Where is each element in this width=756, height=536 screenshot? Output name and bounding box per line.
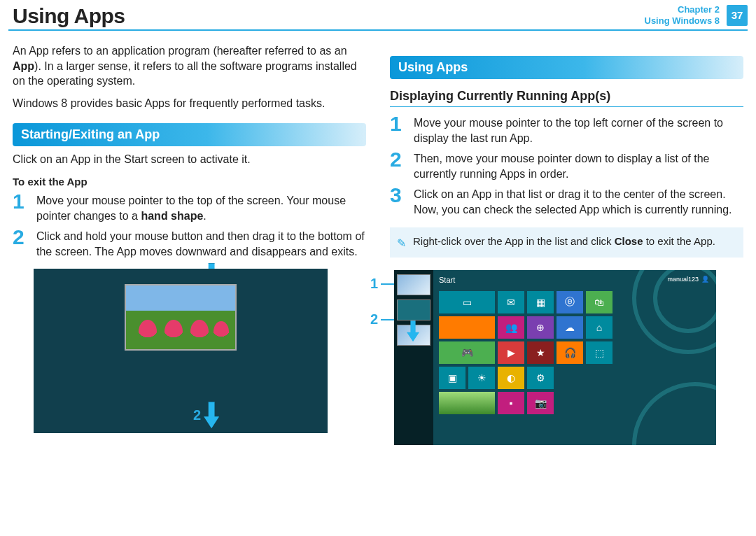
page-header: Using Apps Chapter 2 Using Windows 8 37 xyxy=(0,0,756,29)
section-bar-starting-exiting: Starting/Exiting an App xyxy=(13,123,366,146)
app-thumbnail xyxy=(397,299,430,320)
start-screen-label: Start xyxy=(439,276,455,284)
tile-mail: ✉ xyxy=(498,291,524,313)
tile: ◐ xyxy=(498,367,524,389)
intro-paragraph-1: An App refers to an application program … xyxy=(13,43,366,89)
header-rule xyxy=(8,29,748,31)
right-step-1: 1 Move your mouse pointer to the top lef… xyxy=(390,114,743,146)
tile-maps: ⊕ xyxy=(527,316,554,339)
tile-camera: 📷 xyxy=(527,392,554,414)
figure-running-apps: 1 2 Start manual123 👤 xyxy=(390,270,743,445)
user-icon: 👤 xyxy=(701,276,709,283)
page-number-badge: 37 xyxy=(727,5,748,26)
tile-skydrive: ☁ xyxy=(556,316,583,339)
app-thumbnail xyxy=(397,274,430,295)
right-step-2: 2 Then, move your mouse pointer down to … xyxy=(390,150,743,181)
tile-photos xyxy=(439,392,495,414)
tile-people: 👥 xyxy=(498,316,524,339)
left-step-1: 1 Move your mouse pointer to the top of … xyxy=(13,192,366,223)
left-column: An App refers to an application program … xyxy=(13,43,366,445)
intro-paragraph-2: Windows 8 provides basic Apps for freque… xyxy=(13,96,366,111)
exit-heading: To exit the App xyxy=(13,176,366,188)
section-label: Using Windows 8 xyxy=(645,15,720,27)
tile: ▶ xyxy=(498,341,524,364)
tile-ie: ⓔ xyxy=(556,291,583,313)
step-number: 2 xyxy=(13,227,29,259)
step-number: 1 xyxy=(13,192,29,223)
tile-store: 🛍 xyxy=(586,291,612,313)
figure-photo-tulips xyxy=(125,284,237,351)
tile: ⚙ xyxy=(527,367,554,389)
note-text: Right-click over the App in the list and… xyxy=(413,234,715,248)
section-bar-using-apps: Using Apps xyxy=(390,56,743,79)
subhead-display-running: Displaying Currently Running App(s) xyxy=(390,89,743,107)
figure-callout-2: 2 xyxy=(193,402,219,428)
note-icon: ✎ xyxy=(397,236,406,251)
chapter-label: Chapter 2 xyxy=(645,4,720,15)
right-step-3: 3 Click on an App in that list or drag i… xyxy=(390,185,743,217)
section1-line: Click on an App in the Start screen to a… xyxy=(13,152,366,167)
tile: ⬚ xyxy=(586,341,612,364)
figure-exit-app: 1 2 xyxy=(34,269,366,433)
tile-music: 🎧 xyxy=(556,341,583,364)
arrow-down-icon xyxy=(204,402,219,428)
tile: ▣ xyxy=(439,367,465,389)
tile: ★ xyxy=(527,341,554,364)
tile-calendar: ▦ xyxy=(527,291,554,313)
user-badge: manual123 👤 xyxy=(667,276,709,283)
figure-exit-canvas xyxy=(34,269,328,433)
left-step-2: 2 Click and hold your mouse button and t… xyxy=(13,227,366,259)
tile-games: 🎮 xyxy=(439,341,495,364)
tile: ▭ xyxy=(439,291,495,313)
step-number: 1 xyxy=(390,114,407,146)
tile: ▪ xyxy=(498,392,524,414)
note-box: ✎ Right-click over the App in the list a… xyxy=(390,227,743,258)
start-tiles: ▭ ✉ ▦ ⓔ 🛍 👥 ⊕ ☁ ⌂ 🎮 ▶ ★ 🎧 ⬚ xyxy=(439,291,642,414)
tile-weather: ☀ xyxy=(468,367,495,389)
figure-start-screen: Start manual123 👤 ▭ ✉ ▦ ⓔ 🛍 👥 ⊕ ☁ ⌂ xyxy=(394,270,716,445)
step-number: 3 xyxy=(390,185,407,217)
tile xyxy=(439,316,495,339)
tile: ⌂ xyxy=(586,316,612,339)
right-column: Using Apps Displaying Currently Running … xyxy=(390,43,743,445)
running-apps-sidebar xyxy=(394,270,433,445)
step-number: 2 xyxy=(390,150,407,181)
header-meta: Chapter 2 Using Windows 8 37 xyxy=(645,4,748,26)
page-title: Using Apps xyxy=(13,4,125,28)
